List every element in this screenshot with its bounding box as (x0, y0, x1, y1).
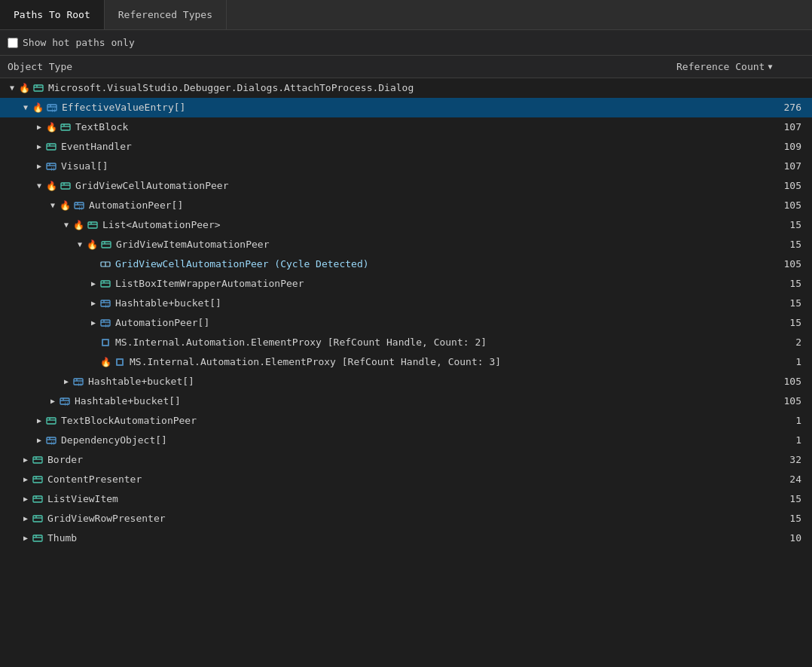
svg-text:[]: [] (51, 108, 56, 112)
show-hot-paths-checkbox[interactable] (8, 38, 18, 48)
row-icons (99, 258, 113, 270)
class-icon (60, 121, 72, 133)
row-content: ▶ [] Visual[] (0, 160, 676, 172)
collapse-button[interactable]: ▼ (74, 239, 86, 251)
tab-bar: Paths To Root Referenced Types (0, 0, 812, 30)
row-icons (99, 278, 113, 290)
row-icons: 🔥 (45, 180, 73, 192)
array-icon: [] (59, 395, 71, 407)
tree-row[interactable]: ▶ ListBoxItemWrapperAutomationPeer15 (0, 274, 812, 294)
tree-row[interactable]: ▶ [] Hashtable+bucket[]15 (0, 294, 812, 313)
svg-rect-32 (101, 281, 110, 287)
collapse-button[interactable]: ▼ (20, 102, 32, 114)
expand-button[interactable]: ▶ (20, 474, 32, 486)
expand-button[interactable]: ▶ (87, 297, 99, 309)
tree-row[interactable]: ▶ TextBlockAutomationPeer1 (0, 411, 812, 431)
tree-row[interactable]: ▶ [] DependencyObject[]1 (0, 431, 812, 450)
tree-row[interactable]: 🔥 MS.Internal.Automation.ElementProxy [R… (0, 352, 812, 372)
row-label: List<AutomationPeer> (102, 219, 221, 230)
collapse-button[interactable]: ▼ (60, 219, 72, 231)
row-label: DependencyObject[] (61, 434, 167, 446)
show-hot-paths-toggle[interactable]: Show hot paths only (8, 37, 135, 48)
svg-text:[]: [] (105, 323, 109, 327)
tree-row[interactable]: ▶ EventHandler109 (0, 137, 812, 157)
row-icons: [] (99, 317, 113, 329)
svg-rect-17 (61, 183, 70, 189)
svg-rect-46 (118, 360, 122, 364)
tree-row[interactable]: ▼🔥 [] EffectiveValueEntry[]276 (0, 98, 812, 117)
tree-row[interactable]: MS.Internal.Automation.ElementProxy [Ref… (0, 333, 812, 352)
row-ref-count: 10 (676, 532, 812, 544)
tab-paths-to-root-label: Paths To Root (14, 9, 90, 20)
expand-button[interactable]: ▶ (20, 513, 32, 525)
row-icons (32, 532, 45, 544)
tree-row[interactable]: ▶ ListViewItem15 (0, 489, 812, 509)
box-icon (114, 356, 126, 368)
row-label: GridViewItemAutomationPeer (116, 239, 270, 250)
tree-row[interactable]: ▼🔥 Microsoft.VisualStudio.Debugger.Dialo… (0, 78, 812, 98)
row-ref-count: 105 (676, 258, 812, 270)
tab-paths-to-root[interactable]: Paths To Root (0, 0, 105, 29)
tree-row[interactable]: ▶ Thumb10 (0, 528, 812, 548)
tree-row[interactable]: ▼🔥 [] AutomationPeer[]105 (0, 196, 812, 215)
expand-button[interactable]: ▶ (33, 434, 45, 446)
row-ref-count: 105 (676, 376, 812, 387)
expand-button[interactable]: ▶ (60, 376, 72, 388)
expand-button[interactable]: ▶ (20, 493, 32, 505)
row-content: ▼🔥 List<AutomationPeer> (0, 219, 676, 231)
row-icons (32, 474, 45, 486)
row-content: ▶ Thumb (0, 532, 676, 544)
row-ref-count: 2 (676, 337, 812, 348)
expand-button[interactable]: ▶ (20, 532, 32, 544)
tree-row[interactable]: ▼🔥 GridViewItemAutomationPeer15 (0, 235, 812, 254)
tree-row[interactable]: ▶ [] AutomationPeer[]15 (0, 313, 812, 333)
expand-button[interactable]: ▶ (47, 395, 59, 407)
sort-arrow-icon: ▼ (768, 62, 772, 71)
row-ref-count: 15 (676, 513, 812, 524)
row-label: MS.Internal.Automation.ElementProxy [Ref… (115, 337, 487, 348)
collapse-button[interactable]: ▼ (6, 82, 18, 94)
expand-button[interactable]: ▶ (33, 141, 45, 153)
svg-rect-27 (102, 242, 111, 248)
tree-row[interactable]: ▶ [] Hashtable+bucket[]105 (0, 372, 812, 391)
row-icons: [] (72, 376, 86, 388)
svg-text:[]: [] (105, 303, 109, 308)
class-icon (32, 493, 44, 505)
expand-button[interactable]: ▶ (33, 415, 45, 427)
flame-icon: 🔥 (45, 180, 57, 192)
array-icon: [] (45, 434, 57, 446)
tree-row[interactable]: ▶ GridViewRowPresenter15 (0, 509, 812, 528)
class-icon (32, 513, 44, 525)
tab-referenced-types[interactable]: Referenced Types (105, 0, 227, 29)
expand-button[interactable]: ▶ (87, 278, 99, 290)
svg-rect-68 (33, 496, 42, 502)
tree-row[interactable]: ▼🔥 List<AutomationPeer>15 (0, 215, 812, 235)
flame-icon: 🔥 (72, 219, 84, 231)
collapse-button[interactable]: ▼ (47, 199, 59, 212)
tree-row[interactable]: ▼🔥 GridViewCellAutomationPeer105 (0, 176, 812, 196)
row-label: Border (47, 454, 83, 465)
col-header-ref-count[interactable]: Reference Count ▼ (676, 61, 812, 72)
row-content: ▶ [] Hashtable+bucket[] (0, 376, 676, 388)
tree-row[interactable]: ▶🔥 TextBlock107 (0, 117, 812, 137)
flame-icon: 🔥 (32, 102, 44, 114)
expand-button[interactable]: ▶ (33, 160, 45, 172)
collapse-button[interactable]: ▼ (33, 180, 45, 192)
tree-row[interactable]: ▶ ContentPresenter24 (0, 470, 812, 489)
expand-button[interactable]: ▶ (20, 454, 32, 466)
row-icons (32, 493, 45, 505)
object-type-header-label: Object Type (8, 61, 72, 72)
array-icon: [] (99, 297, 111, 309)
tree-row[interactable]: GridViewCellAutomationPeer (Cycle Detect… (0, 254, 812, 274)
expand-button[interactable]: ▶ (87, 317, 99, 329)
tree-row[interactable]: ▶ [] Visual[]107 (0, 157, 812, 176)
row-content: ▼🔥 [] AutomationPeer[] (0, 199, 676, 212)
expand-button[interactable]: ▶ (33, 121, 45, 133)
array-icon: [] (73, 199, 85, 212)
row-content: ▼🔥 [] EffectiveValueEntry[] (0, 102, 676, 114)
tree-row[interactable]: ▶ Border32 (0, 450, 812, 470)
tree-row[interactable]: ▶ [] Hashtable+bucket[]105 (0, 391, 812, 411)
row-content: MS.Internal.Automation.ElementProxy [Ref… (0, 337, 676, 349)
tree-container: ▼🔥 Microsoft.VisualStudio.Debugger.Dialo… (0, 78, 812, 667)
svg-text:[]: [] (50, 166, 55, 171)
